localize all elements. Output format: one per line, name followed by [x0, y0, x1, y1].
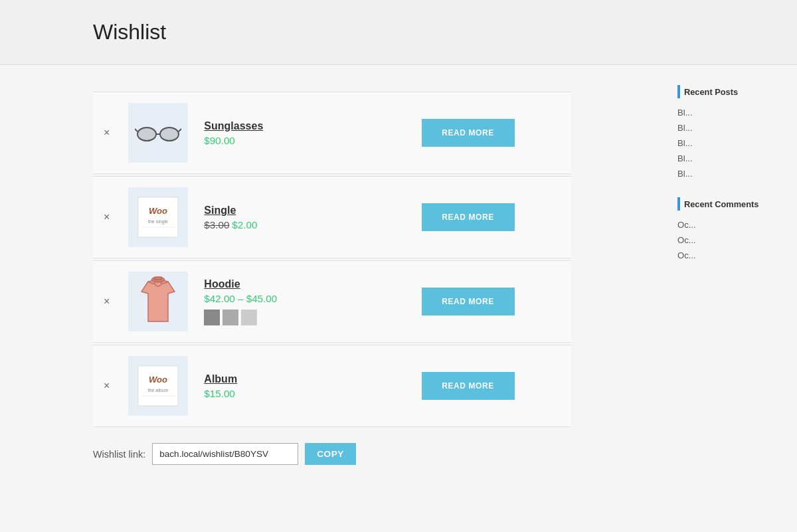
read-more-button[interactable]: READ MORE: [422, 119, 515, 147]
product-price-container: $42.00 – $45.00: [204, 293, 357, 304]
remove-button[interactable]: ×: [101, 209, 112, 226]
product-image: Woo the single: [128, 187, 188, 247]
product-price-container: $90.00: [204, 135, 357, 146]
sidebar-post-2[interactable]: Bl...: [677, 120, 784, 135]
page-title: Wishlist: [93, 20, 704, 44]
swatch[interactable]: [204, 310, 220, 325]
sidebar-recent-posts-title: Recent Posts: [677, 85, 784, 98]
product-image-cell: Woo the single: [120, 177, 196, 258]
table-row: × Woo the single Single $3.00$2.00 READ …: [93, 177, 571, 258]
sidebar-divider-icon: [677, 85, 680, 98]
product-price-regular: $3.00: [204, 219, 229, 230]
product-image-cell: [120, 261, 196, 343]
copy-button[interactable]: COPY: [305, 443, 356, 465]
main-content: × Sunglasses $90.00 READ MORE ×: [0, 78, 664, 478]
sidebar-comment-2[interactable]: Oc...: [677, 232, 784, 248]
product-details-cell: Sunglasses $90.00: [196, 92, 365, 174]
product-image: [128, 272, 188, 331]
svg-line-3: [135, 129, 137, 132]
remove-cell: ×: [93, 345, 120, 427]
svg-rect-12: [138, 366, 178, 406]
read-more-cell: READ MORE: [365, 92, 571, 174]
sidebar-post-5[interactable]: Bl...: [677, 166, 784, 181]
product-image: Woo the album: [128, 356, 188, 416]
remove-button[interactable]: ×: [101, 293, 112, 310]
sidebar-post-1[interactable]: Bl...: [677, 105, 784, 120]
svg-text:the single: the single: [148, 219, 168, 224]
sidebar-divider-2-icon: [677, 197, 680, 211]
remove-cell: ×: [93, 261, 120, 343]
svg-text:Woo: Woo: [149, 375, 167, 385]
product-name[interactable]: Sunglasses: [204, 120, 263, 132]
sidebar-recent-posts: Recent Posts Bl... Bl... Bl... Bl... Bl.…: [677, 85, 784, 181]
product-image-cell: [120, 92, 196, 174]
product-price-range: $42.00 – $45.00: [204, 293, 277, 304]
read-more-button[interactable]: READ MORE: [422, 203, 515, 231]
sidebar-post-4[interactable]: Bl...: [677, 151, 784, 166]
product-image-cell: Woo the album: [120, 345, 196, 427]
wishlist-table: × Sunglasses $90.00 READ MORE ×: [93, 92, 571, 427]
sidebar-comment-3[interactable]: Oc...: [677, 248, 784, 263]
product-price: $15.00: [204, 388, 234, 399]
product-details-cell: Hoodie $42.00 – $45.00: [196, 261, 365, 343]
product-details-cell: Single $3.00$2.00: [196, 177, 365, 258]
read-more-cell: READ MORE: [365, 177, 571, 258]
svg-text:the album: the album: [148, 388, 169, 393]
remove-button[interactable]: ×: [101, 124, 112, 141]
product-name[interactable]: Album: [204, 373, 237, 385]
sidebar-recent-comments: Recent Comments Oc... Oc... Oc...: [677, 197, 784, 263]
product-name[interactable]: Single: [204, 205, 236, 216]
svg-point-1: [160, 128, 179, 141]
svg-text:Woo: Woo: [149, 206, 167, 216]
read-more-button[interactable]: READ MORE: [422, 372, 515, 400]
wishlist-link-label: Wishlist link:: [93, 449, 145, 460]
svg-point-0: [137, 128, 156, 141]
product-image: [128, 103, 188, 163]
svg-rect-11: [155, 277, 161, 280]
wishlist-link-row: Wishlist link: COPY: [93, 443, 571, 465]
swatch[interactable]: [222, 310, 238, 325]
read-more-cell: READ MORE: [365, 261, 571, 343]
product-name[interactable]: Hoodie: [204, 278, 240, 290]
table-row: × Woo the album Album $15.00 READ MORE: [93, 345, 571, 427]
read-more-cell: READ MORE: [365, 345, 571, 427]
remove-cell: ×: [93, 177, 120, 258]
remove-button[interactable]: ×: [101, 377, 112, 395]
color-swatches: [204, 310, 357, 325]
svg-line-4: [179, 129, 181, 132]
page-header: Wishlist: [0, 0, 797, 65]
product-price-container: $15.00: [204, 388, 357, 399]
swatch[interactable]: [241, 310, 257, 325]
wishlist-link-input[interactable]: [152, 443, 298, 465]
product-price: $90.00: [204, 135, 234, 146]
sidebar-post-3[interactable]: Bl...: [677, 135, 784, 151]
read-more-button[interactable]: READ MORE: [422, 288, 515, 315]
svg-rect-5: [138, 197, 178, 237]
product-details-cell: Album $15.00: [196, 345, 365, 427]
remove-cell: ×: [93, 92, 120, 174]
product-price-container: $3.00$2.00: [204, 219, 357, 230]
table-row: × Sunglasses $90.00 READ MORE: [93, 92, 571, 174]
product-price-sale: $2.00: [232, 219, 257, 230]
table-row: × Hoodie $42.00 – $45.00 READ MORE: [93, 261, 571, 343]
sidebar-recent-comments-title: Recent Comments: [677, 197, 784, 211]
sidebar: Recent Posts Bl... Bl... Bl... Bl... Bl.…: [664, 78, 797, 478]
sidebar-comment-1[interactable]: Oc...: [677, 217, 784, 232]
